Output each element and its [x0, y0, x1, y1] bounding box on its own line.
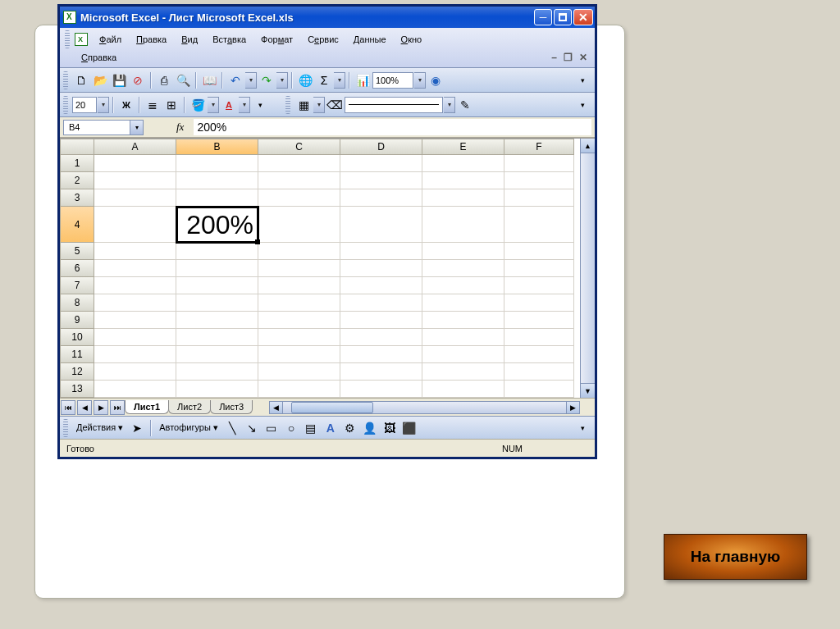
- row-header[interactable]: 2: [60, 172, 94, 189]
- cell[interactable]: [258, 381, 340, 398]
- cell[interactable]: [94, 381, 176, 398]
- bold-icon[interactable]: Ж: [117, 96, 135, 114]
- column-header[interactable]: B: [176, 139, 258, 155]
- borders-dropdown[interactable]: ▾: [313, 97, 325, 113]
- cell[interactable]: [340, 243, 422, 260]
- column-header[interactable]: A: [94, 139, 176, 155]
- row-header[interactable]: 9: [60, 312, 94, 329]
- fill-dropdown[interactable]: ▾: [208, 97, 219, 113]
- arrow-icon[interactable]: ↘: [243, 419, 261, 437]
- cell[interactable]: [340, 172, 422, 189]
- fontsize-input[interactable]: 20: [72, 97, 97, 113]
- row-header[interactable]: 5: [60, 243, 94, 260]
- font-color-icon[interactable]: A: [220, 96, 238, 114]
- cell[interactable]: [258, 189, 340, 207]
- chart-icon[interactable]: 📊: [354, 71, 372, 89]
- minimize-button[interactable]: [534, 9, 552, 25]
- cell[interactable]: [422, 294, 504, 312]
- tab-nav-next[interactable]: ▶: [94, 400, 108, 415]
- cell[interactable]: [340, 329, 422, 346]
- row-header[interactable]: 1: [60, 155, 94, 172]
- new-icon[interactable]: 🗋: [72, 71, 90, 89]
- cell[interactable]: [340, 381, 422, 398]
- cell[interactable]: [504, 172, 574, 189]
- cell[interactable]: [94, 312, 176, 329]
- textbox-icon[interactable]: ▤: [302, 419, 320, 437]
- column-header[interactable]: F: [504, 139, 574, 155]
- cell[interactable]: [176, 346, 258, 363]
- row-header[interactable]: 12: [60, 363, 94, 381]
- open-icon[interactable]: 📂: [91, 71, 109, 89]
- cell[interactable]: [176, 363, 258, 381]
- cell[interactable]: [422, 346, 504, 363]
- save-icon[interactable]: 💾: [110, 71, 128, 89]
- merge-icon[interactable]: ⊞: [162, 96, 180, 114]
- active-cell[interactable]: 200%: [176, 206, 259, 244]
- cell[interactable]: [176, 260, 258, 277]
- cell[interactable]: [422, 277, 504, 294]
- zoom-input[interactable]: 100%: [372, 72, 413, 89]
- cell[interactable]: [176, 381, 258, 398]
- pointer-icon[interactable]: ➤: [128, 419, 146, 437]
- cell[interactable]: [340, 346, 422, 363]
- name-box[interactable]: B4: [63, 120, 130, 135]
- scroll-right-icon[interactable]: ▶: [566, 402, 579, 413]
- cell[interactable]: [504, 189, 574, 207]
- cell[interactable]: [422, 243, 504, 260]
- cell[interactable]: [94, 155, 176, 172]
- menu-window[interactable]: Окно: [395, 32, 429, 47]
- cell[interactable]: [176, 243, 258, 260]
- picture-icon[interactable]: 🖼: [381, 419, 399, 437]
- cell[interactable]: [94, 277, 176, 294]
- select-all-corner[interactable]: [60, 139, 94, 155]
- document-icon[interactable]: [75, 33, 88, 46]
- rectangle-icon[interactable]: ▭: [262, 419, 281, 437]
- cell[interactable]: [94, 329, 176, 346]
- column-header[interactable]: C: [258, 139, 340, 155]
- column-header[interactable]: E: [422, 139, 504, 155]
- cell[interactable]: [94, 260, 176, 277]
- cell[interactable]: [422, 363, 504, 381]
- cell[interactable]: [94, 189, 176, 207]
- menu-help[interactable]: Справка: [75, 50, 123, 65]
- cell[interactable]: [258, 363, 340, 381]
- row-header[interactable]: 7: [60, 277, 94, 294]
- font-color-dropdown[interactable]: ▾: [239, 97, 250, 113]
- cell[interactable]: [176, 312, 258, 329]
- cell[interactable]: [340, 260, 422, 277]
- formula-input[interactable]: 200%: [194, 119, 591, 135]
- cell[interactable]: [94, 172, 176, 189]
- row-header[interactable]: 11: [60, 346, 94, 363]
- menu-data[interactable]: Данные: [347, 32, 393, 47]
- cell[interactable]: [422, 189, 504, 207]
- autosum-dropdown[interactable]: ▾: [334, 72, 345, 89]
- redo-dropdown[interactable]: ▾: [276, 72, 288, 89]
- cell[interactable]: [504, 243, 574, 260]
- tab-nav-prev[interactable]: ◀: [77, 400, 92, 415]
- cell[interactable]: [504, 260, 574, 277]
- menu-view[interactable]: Вид: [175, 32, 204, 47]
- cell[interactable]: [340, 294, 422, 312]
- vertical-scrollbar[interactable]: ▲ ▼: [580, 139, 595, 398]
- cell[interactable]: [504, 207, 574, 243]
- cell[interactable]: [258, 155, 340, 172]
- toolbar-options-icon[interactable]: ▾: [251, 96, 269, 114]
- fontsize-dropdown[interactable]: ▾: [98, 97, 109, 113]
- research-icon[interactable]: 📖: [200, 71, 218, 89]
- cell[interactable]: [258, 172, 340, 189]
- cell[interactable]: [258, 243, 340, 260]
- cell[interactable]: [504, 155, 574, 172]
- cell[interactable]: [94, 363, 176, 381]
- autoshapes-menu[interactable]: Автофигуры ▾: [156, 421, 221, 435]
- cell[interactable]: [504, 294, 574, 312]
- cell[interactable]: [258, 294, 340, 312]
- cell[interactable]: [176, 189, 258, 207]
- close-button[interactable]: [573, 9, 593, 25]
- menu-insert[interactable]: Вставка: [206, 32, 253, 47]
- toolbar-grip[interactable]: [63, 96, 68, 114]
- doc-minimize[interactable]: –: [549, 52, 559, 63]
- menu-file[interactable]: Файл: [93, 32, 128, 47]
- cell[interactable]: [176, 294, 258, 312]
- actions-menu[interactable]: Действия ▾: [73, 421, 126, 435]
- cell[interactable]: [504, 277, 574, 294]
